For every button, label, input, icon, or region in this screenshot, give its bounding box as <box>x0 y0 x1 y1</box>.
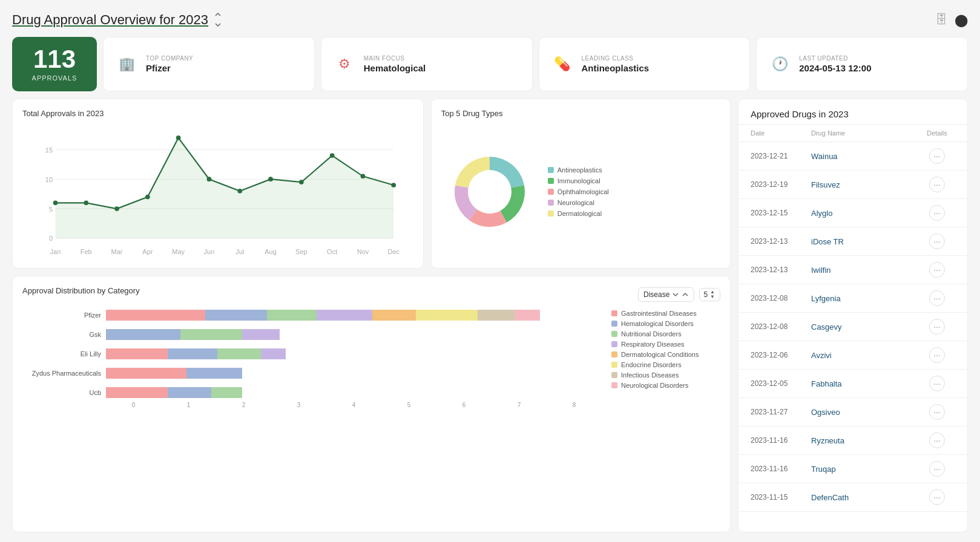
donut-chart-svg <box>441 143 538 240</box>
approvals-label: APPROVALS <box>32 74 77 82</box>
details-button[interactable]: ··· <box>929 376 945 391</box>
drug-date: 2023-12-08 <box>751 322 811 331</box>
drug-date: 2023-11-16 <box>751 436 811 445</box>
drug-name: iDose TR <box>811 237 919 246</box>
drug-date: 2023-11-15 <box>751 493 811 501</box>
bar-legend-label: Nutritional Disorders <box>621 330 682 338</box>
legend-color <box>548 167 554 173</box>
details-button[interactable]: ··· <box>929 233 945 249</box>
legend-item: Immunological <box>548 177 609 184</box>
stats-row: 113 APPROVALS 🏢 TOP COMPANY Pfizer ⚙ MAI… <box>12 37 968 91</box>
top-company-card: 🏢 TOP COMPANY Pfizer <box>103 37 315 91</box>
drug-details: ··· <box>919 489 955 505</box>
drug-name: Truqap <box>811 465 919 474</box>
bar-legend-color <box>611 372 617 378</box>
details-button[interactable]: ··· <box>929 319 945 335</box>
page-title: Drug Approval Overview for 2023 <box>12 12 208 28</box>
details-button[interactable]: ··· <box>929 205 945 221</box>
drug-details: ··· <box>919 233 955 249</box>
github-icon[interactable]: ⬤ <box>955 13 968 27</box>
details-button[interactable]: ··· <box>929 290 945 306</box>
bar-legend-color <box>611 362 617 368</box>
drug-name: Wainua <box>811 152 919 161</box>
bar-track <box>106 310 602 321</box>
drug-row: 2023-12-08Casgevy··· <box>738 313 967 341</box>
details-button[interactable]: ··· <box>929 433 945 448</box>
drug-date: 2023-11-27 <box>751 408 811 416</box>
drug-row: 2023-12-13Iwilfin··· <box>738 256 967 284</box>
bar-legend-color <box>611 351 617 358</box>
category-select[interactable]: Disease <box>638 287 694 302</box>
donut-chart-card: Top 5 Drug Types AntineoplasticsImmunolo… <box>431 99 731 269</box>
svg-text:10: 10 <box>45 176 53 183</box>
bar-legend-color <box>611 310 617 316</box>
details-button[interactable]: ··· <box>929 262 945 278</box>
drug-list-title: Approved Drugs in 2023 <box>738 99 967 125</box>
drug-name: Ryzneuta <box>811 436 919 445</box>
svg-point-11 <box>145 195 150 200</box>
bar-row: Eli Lilly <box>22 348 602 359</box>
drug-name: Fabhalta <box>811 379 919 388</box>
drug-row: 2023-11-27Ogsiveo··· <box>738 398 967 426</box>
legend-color <box>548 211 554 217</box>
title-area: Drug Approval Overview for 2023 <box>12 10 223 30</box>
legend-label: Dermatological <box>557 210 602 217</box>
bar-segment <box>106 387 168 398</box>
svg-point-17 <box>330 153 335 158</box>
main-focus-label: MAIN FOCUS <box>364 55 426 62</box>
bar-legend-item: Gastrointestinal Diseases <box>611 310 720 317</box>
last-updated-card: 🕐 LAST UPDATED 2024-05-13 12:00 <box>756 37 968 91</box>
legend-label: Immunological <box>557 177 600 184</box>
count-down[interactable]: ▼ <box>709 295 716 299</box>
legend-item: Neurological <box>548 199 609 206</box>
bar-legend-color <box>611 382 617 388</box>
bar-chart-area: PfizerGskEli LillyZydus PharmaceuticalsU… <box>22 310 602 408</box>
drug-date: 2023-12-19 <box>751 180 811 189</box>
bar-x-tick: 4 <box>326 402 381 408</box>
bar-legend-item: Dermatological Conditions <box>611 351 720 358</box>
last-updated-value: 2024-05-13 12:00 <box>799 63 871 73</box>
details-button[interactable]: ··· <box>929 461 945 477</box>
bar-legend-label: Respiratory Diseases <box>621 341 685 348</box>
drug-date: 2023-12-08 <box>751 294 811 302</box>
svg-point-12 <box>176 136 181 140</box>
details-button[interactable]: ··· <box>929 148 945 164</box>
svg-text:Jun: Jun <box>204 248 215 255</box>
legend-color <box>548 189 554 195</box>
line-chart-title: Total Approvals in 2023 <box>22 109 413 118</box>
bar-segment <box>168 348 217 359</box>
bar-segment <box>317 310 372 321</box>
bar-legend: Gastrointestinal DiseasesHematological D… <box>611 310 720 408</box>
svg-point-13 <box>207 177 212 181</box>
details-button[interactable]: ··· <box>929 347 945 363</box>
bar-row: Gsk <box>22 329 602 340</box>
svg-point-14 <box>237 189 242 194</box>
drug-row: 2023-12-19Filsuvez··· <box>738 171 967 199</box>
bar-company-label: Gsk <box>22 331 101 338</box>
bar-rows: PfizerGskEli LillyZydus PharmaceuticalsU… <box>22 310 602 398</box>
drug-list-panel: Approved Drugs in 2023 Date Drug Name De… <box>738 99 968 532</box>
bar-controls: Disease 5 ▲ ▼ <box>638 287 720 302</box>
bar-legend-label: Gastrointestinal Diseases <box>621 310 697 317</box>
legend-item: Ophthalmological <box>548 188 609 195</box>
main-content: Total Approvals in 2023 051015JanFebMarA… <box>12 99 968 532</box>
year-selector[interactable] <box>213 10 223 30</box>
details-button[interactable]: ··· <box>929 489 945 505</box>
details-button[interactable]: ··· <box>929 177 945 192</box>
bar-x-tick: 7 <box>492 402 547 408</box>
svg-text:Apr: Apr <box>142 248 153 255</box>
leading-class-value: Antineoplastics <box>582 63 649 73</box>
database-icon[interactable]: 🗄 <box>935 13 947 27</box>
bar-segment <box>515 310 540 321</box>
details-button[interactable]: ··· <box>929 404 945 420</box>
legend-label: Neurological <box>557 199 594 206</box>
bar-x-axis: 012345678 <box>22 402 602 408</box>
bar-track <box>106 329 602 340</box>
col-details-header: Details <box>919 129 955 137</box>
drug-row: 2023-11-15DefenCath··· <box>738 483 967 512</box>
donut-chart-title: Top 5 Drug Types <box>441 109 720 118</box>
drug-name: DefenCath <box>811 493 919 502</box>
drug-name: Alyglo <box>811 209 919 218</box>
bar-x-tick: 1 <box>161 402 216 408</box>
left-column: Total Approvals in 2023 051015JanFebMarA… <box>12 99 731 532</box>
